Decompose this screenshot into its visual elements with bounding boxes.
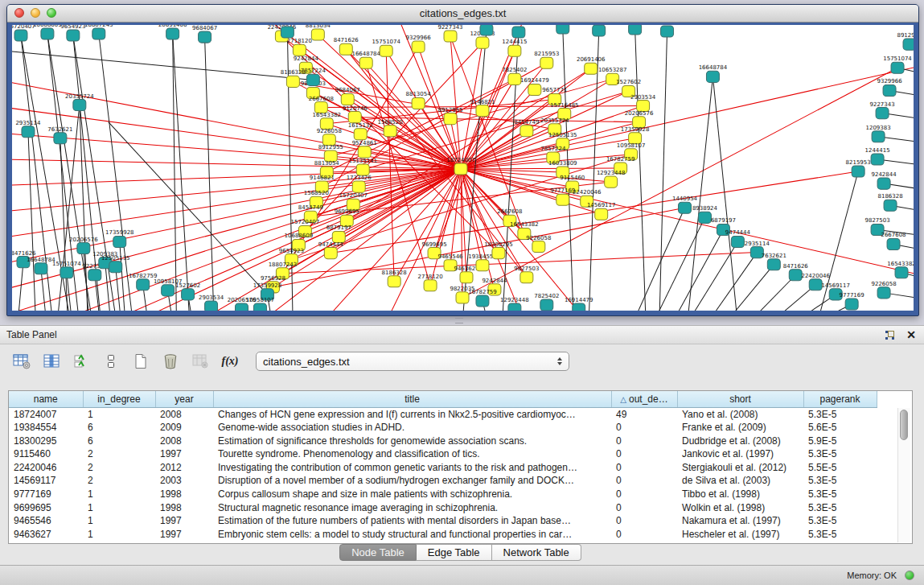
citation-edge[interactable] — [461, 154, 631, 169]
cell-year[interactable]: 1997 — [155, 514, 213, 528]
cell-out_degree[interactable]: 0 — [611, 488, 677, 501]
column-header-in_degree[interactable]: in_degree — [83, 391, 155, 407]
cell-pagerank[interactable]: 5.6E-5 — [803, 421, 877, 435]
column-header-name[interactable]: name — [9, 391, 83, 407]
network-file-select[interactable]: citations_edges.txt — [256, 352, 569, 371]
cell-out_degree[interactable]: 0 — [611, 501, 677, 515]
column-header-short[interactable]: short — [677, 391, 803, 407]
cell-short[interactable]: Dudbridge et al. (2008) — [677, 435, 803, 448]
cell-pagerank[interactable]: 5.5E-5 — [803, 461, 877, 475]
graph-node[interactable]: 8454749 — [514, 118, 539, 137]
graph-node[interactable]: 16543382 — [887, 260, 914, 278]
column-header-title[interactable]: title — [213, 391, 611, 407]
graph-node[interactable]: 15720407 — [12, 25, 35, 41]
tab-node-table[interactable]: Node Table — [339, 544, 417, 561]
graph-node[interactable]: 12923448 — [500, 296, 529, 311]
delete-table-icon[interactable] — [190, 351, 211, 372]
table-row[interactable]: 946362711997Embryonic stem cells: a mode… — [9, 528, 877, 542]
cell-out_degree[interactable]: 0 — [611, 435, 677, 448]
citation-edge[interactable] — [80, 105, 88, 311]
citation-edge[interactable] — [120, 242, 126, 311]
graph-node[interactable]: 8186328 — [382, 269, 407, 287]
tab-network-table[interactable]: Network Table — [492, 544, 581, 561]
cell-out_degree[interactable]: 49 — [611, 407, 677, 421]
graph-node[interactable]: 1209383 — [866, 124, 891, 142]
cell-short[interactable]: Wolkin et al. (1998) — [677, 501, 803, 515]
row-checklist-icon[interactable] — [71, 351, 92, 372]
cell-in_degree[interactable]: 1 — [83, 488, 155, 501]
graph-node[interactable]: 2718120 — [418, 273, 443, 291]
cell-pagerank[interactable]: 5.9E-5 — [803, 435, 877, 448]
graph-node[interactable]: 6879197 — [655, 25, 680, 37]
cell-year[interactable]: 1998 — [155, 488, 213, 501]
table-row[interactable]: 1872400712008Changes of HCN gene express… — [9, 407, 877, 421]
citation-edge[interactable] — [17, 262, 23, 311]
cell-name[interactable]: 14569117 — [9, 474, 83, 488]
cell-short[interactable]: Stergiakouli et al. (2012) — [677, 461, 803, 475]
citation-edge[interactable] — [116, 267, 122, 311]
cell-title[interactable]: Estimation of the future numbers of pati… — [213, 514, 611, 528]
cell-in_degree[interactable]: 2 — [83, 474, 155, 488]
cell-title[interactable]: Corpus callosum shape and size in male p… — [213, 488, 611, 501]
citation-edge[interactable] — [173, 34, 177, 311]
panel-splitter[interactable] — [0, 315, 924, 325]
vertical-scrollbar[interactable] — [897, 408, 910, 542]
citation-edge[interactable] — [205, 37, 215, 311]
cell-in_degree[interactable]: 1 — [83, 501, 155, 515]
cell-in_degree[interactable]: 6 — [83, 421, 155, 435]
cell-year[interactable]: 1997 — [155, 528, 213, 542]
graph-node[interactable]: 9227343 — [437, 25, 462, 42]
graph-node[interactable]: 7632621 — [47, 126, 72, 144]
column-visibility-icon[interactable] — [41, 351, 62, 372]
graph-node[interactable]: 9684067 — [335, 86, 360, 105]
cell-year[interactable]: 2008 — [155, 407, 213, 421]
graph-node[interactable]: 9329966 — [406, 34, 432, 52]
cell-year[interactable]: 1998 — [155, 501, 213, 515]
table-row[interactable]: 946554611997Estimation of the future num… — [9, 514, 877, 528]
graph-node[interactable]: 18807243 — [84, 25, 113, 39]
cell-title[interactable]: Structural magnetic resonance image aver… — [213, 501, 611, 515]
citation-edge[interactable] — [659, 31, 667, 311]
delete-attribute-icon[interactable] — [160, 351, 181, 372]
graph-node[interactable]: 16648784 — [27, 256, 55, 274]
float-panel-icon[interactable] — [885, 330, 895, 340]
graph-node[interactable]: 16782759 — [468, 288, 497, 307]
cell-out_degree[interactable]: 0 — [611, 447, 677, 461]
cell-name[interactable]: 9699695 — [9, 501, 83, 515]
citation-edge[interactable] — [41, 269, 47, 311]
citation-edge[interactable] — [629, 208, 685, 311]
column-header-year[interactable]: year — [155, 391, 213, 407]
citation-edge[interactable] — [717, 265, 774, 311]
table-row[interactable]: 1456911722003Disruption of a novel membe… — [9, 474, 877, 488]
graph-node[interactable]: 9827503 — [514, 265, 539, 283]
cell-name[interactable]: 9115460 — [9, 447, 83, 461]
graph-node[interactable]: 9654923 — [60, 25, 85, 41]
graph-node[interactable]: 15751074 — [883, 55, 912, 73]
graph-node[interactable]: 2667608 — [881, 231, 906, 249]
graph-node[interactable]: 9226058 — [872, 280, 897, 299]
graph-node[interactable]: 9227343 — [870, 101, 895, 119]
table-row[interactable]: 977716911998Corpus callosum shape and si… — [9, 488, 877, 501]
cell-title[interactable]: Disruption of a novel member of a sodium… — [213, 474, 611, 488]
graph-node[interactable]: 9329966 — [877, 77, 903, 96]
graph-node[interactable]: 2718120 — [287, 37, 312, 56]
graph-node[interactable]: 8912955 — [897, 31, 914, 50]
function-builder-icon[interactable]: f(x) — [220, 351, 240, 372]
cell-title[interactable]: Changes of HCN gene expression and I(f) … — [213, 407, 611, 421]
cell-name[interactable]: 9777169 — [9, 488, 83, 501]
column-header-out_degree[interactable]: △out_de… — [611, 391, 677, 407]
cell-in_degree[interactable]: 2 — [83, 461, 155, 475]
cell-short[interactable]: Hescheler et al. (1997) — [677, 528, 803, 542]
cell-name[interactable]: 18300295 — [9, 435, 83, 448]
close-panel-icon[interactable]: ✕ — [906, 329, 916, 340]
cell-pagerank[interactable]: 5.3E-5 — [803, 514, 877, 528]
cell-short[interactable]: Franke et al. (2009) — [677, 421, 803, 435]
graph-node[interactable]: 12923448 — [597, 169, 626, 187]
graph-node[interactable]: 16914479 — [565, 296, 593, 311]
graph-node[interactable]: 20355724 — [65, 92, 94, 110]
cell-in_degree[interactable]: 2 — [83, 447, 155, 461]
citation-edge[interactable] — [667, 229, 724, 311]
splitter-grip-icon[interactable] — [455, 318, 463, 323]
cell-out_degree[interactable]: 0 — [611, 461, 677, 475]
citation-edge[interactable] — [649, 217, 705, 311]
